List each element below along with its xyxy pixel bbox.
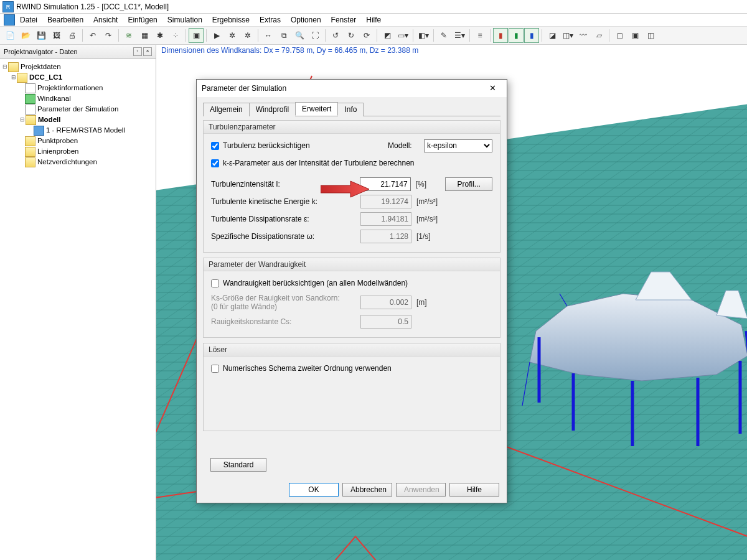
- label-intensity: Turbulenzintensität I:: [211, 180, 342, 189]
- input-eps: [360, 212, 411, 226]
- menu-optionen[interactable]: Optionen: [291, 16, 321, 24]
- menu-simulation[interactable]: Simulation: [167, 16, 202, 24]
- print-icon[interactable]: 🖨: [65, 28, 80, 43]
- plane-icon[interactable]: ▱: [591, 28, 606, 43]
- separator: [490, 29, 491, 42]
- tree-project[interactable]: DCC_LC1: [29, 72, 62, 83]
- zoom-in-icon[interactable]: 🔍: [292, 28, 307, 43]
- wire-icon[interactable]: ◫▾: [560, 28, 575, 43]
- tree-punkt[interactable]: Punktproben: [37, 136, 78, 146]
- unit-k: [m²/s²]: [416, 197, 448, 206]
- separator: [377, 29, 377, 42]
- navigator-title: Projektnavigator - Daten: [4, 48, 78, 55]
- menu-extras[interactable]: Extras: [260, 16, 281, 24]
- tab-info[interactable]: Info: [337, 103, 364, 116]
- dialog-titlebar[interactable]: Parameter der Simulation ✕: [197, 80, 507, 97]
- pin-icon[interactable]: ▫: [133, 47, 142, 56]
- screenshot-icon[interactable]: 🖼: [49, 28, 64, 43]
- separator: [118, 29, 119, 42]
- menu-ergebnisse[interactable]: Ergebnisse: [212, 16, 250, 24]
- surface-icon[interactable]: ◪: [545, 28, 560, 43]
- tab-allgemein[interactable]: Allgemein: [203, 103, 250, 116]
- navigator-header: Projektnavigator - Daten ▫ ×: [0, 45, 156, 59]
- separator: [82, 29, 83, 42]
- box2-icon[interactable]: ▣: [627, 28, 642, 43]
- gear2-icon[interactable]: ✲: [240, 28, 255, 43]
- menu-hilfe[interactable]: Hilfe: [366, 16, 381, 24]
- menu-fenster[interactable]: Fenster: [331, 16, 357, 24]
- tab-erweitert[interactable]: Erweitert: [295, 102, 338, 116]
- edit-icon[interactable]: ✎: [436, 28, 451, 43]
- label-second-order: Numerisches Schema zweiter Ordnung verwe…: [223, 364, 392, 373]
- tree-linien[interactable]: Linienproben: [37, 146, 79, 157]
- wind-tunnel-dimensions: Dimensionen des Windkanals: Dx = 79.758 …: [161, 46, 418, 55]
- tab-windprofil[interactable]: Windprofil: [249, 103, 296, 116]
- apply-button[interactable]: Anwenden: [396, 483, 446, 497]
- cube-icon[interactable]: ◧▾: [416, 28, 431, 43]
- rotate-icon[interactable]: ↺: [328, 28, 343, 43]
- menu-datei[interactable]: Datei: [20, 16, 37, 24]
- checkbox-consider-turbulence[interactable]: [211, 142, 219, 150]
- section-icon[interactable]: ≡: [472, 28, 487, 43]
- box3-icon[interactable]: ◫: [643, 28, 658, 43]
- checkbox-keps-from-intensity[interactable]: [211, 159, 219, 167]
- label-model: Modell:: [388, 141, 424, 150]
- select-turbulence-model[interactable]: k-epsilon: [424, 139, 492, 152]
- cancel-button[interactable]: Abbrechen: [342, 483, 392, 497]
- view-iso-icon[interactable]: ◩: [380, 28, 395, 43]
- input-omega: [360, 230, 411, 243]
- undo-icon[interactable]: ↶: [85, 28, 100, 43]
- axis-x-icon[interactable]: ▮: [493, 28, 508, 43]
- open-icon[interactable]: 📂: [18, 28, 33, 43]
- rotate2-icon[interactable]: ↻: [344, 28, 359, 43]
- group-turbulence-title: Turbulenzparameter: [204, 121, 500, 134]
- tree-rfem[interactable]: 1 - RFEM/RSTAB Modell: [46, 125, 125, 136]
- checkbox-wall-roughness[interactable]: [211, 279, 219, 287]
- points-icon[interactable]: ⁘: [168, 28, 183, 43]
- select-box-icon[interactable]: ▣: [189, 28, 204, 43]
- axis-z-icon[interactable]: ▮: [524, 28, 539, 43]
- tree-netz[interactable]: Netzverdichtungen: [37, 157, 97, 167]
- tree-info[interactable]: Projektinformationen: [37, 83, 103, 93]
- standard-button[interactable]: Standard: [210, 458, 266, 472]
- grid-icon[interactable]: ▦: [137, 28, 152, 43]
- redo-icon[interactable]: ↷: [101, 28, 116, 43]
- mesh-icon[interactable]: ✱: [153, 28, 167, 43]
- ok-button[interactable]: OK: [289, 483, 339, 497]
- project-tree[interactable]: ⊟Projektdaten ⊟DCC_LC1 Projektinformatio…: [0, 59, 156, 170]
- unit-eps: [m²/s³]: [416, 215, 448, 223]
- close-panel-icon[interactable]: ×: [143, 47, 152, 56]
- close-icon[interactable]: ✕: [483, 82, 502, 95]
- separator: [258, 29, 258, 42]
- wind-icon[interactable]: ≋: [121, 28, 136, 43]
- curve-icon[interactable]: 〰: [576, 28, 591, 43]
- menu-bearbeiten[interactable]: Bearbeiten: [47, 16, 83, 24]
- axis-y-icon[interactable]: ▮: [509, 28, 524, 43]
- run-icon[interactable]: ▶: [209, 28, 224, 43]
- tree-root[interactable]: Projektdaten: [21, 62, 61, 72]
- unit-omega: [1/s]: [416, 232, 448, 241]
- gear-icon[interactable]: ✲: [225, 28, 240, 43]
- new-icon[interactable]: 📄: [2, 28, 17, 43]
- menu-ansicht[interactable]: Ansicht: [93, 16, 118, 24]
- tree-modell[interactable]: Modell: [38, 114, 60, 125]
- simulation-parameters-dialog: Parameter der Simulation ✕ Allgemein Win…: [196, 79, 507, 503]
- zoom-window-icon[interactable]: ⧉: [276, 28, 291, 43]
- rotate3-icon[interactable]: ⟳: [359, 28, 374, 43]
- separator: [186, 29, 186, 42]
- view-top-icon[interactable]: ▭▾: [395, 28, 410, 43]
- tree-param[interactable]: Parameter der Simulation: [37, 104, 118, 114]
- tree-windkanal[interactable]: Windkanal: [37, 93, 71, 104]
- input-intensity[interactable]: [360, 177, 411, 191]
- separator: [469, 29, 470, 42]
- box-icon[interactable]: ▢: [612, 28, 627, 43]
- help-button[interactable]: Hilfe: [449, 483, 499, 497]
- layers-icon[interactable]: ☰▾: [452, 28, 467, 43]
- checkbox-second-order[interactable]: [211, 365, 219, 373]
- save-icon[interactable]: 💾: [34, 28, 49, 43]
- profil-button[interactable]: Profil...: [445, 177, 492, 191]
- zoom-fit-icon[interactable]: ⛶: [308, 28, 322, 43]
- label-cs: Rauigkeitskonstante Cs:: [211, 317, 354, 326]
- nav-icon[interactable]: ↔: [261, 28, 276, 43]
- menu-einfuegen[interactable]: Einfügen: [128, 16, 157, 24]
